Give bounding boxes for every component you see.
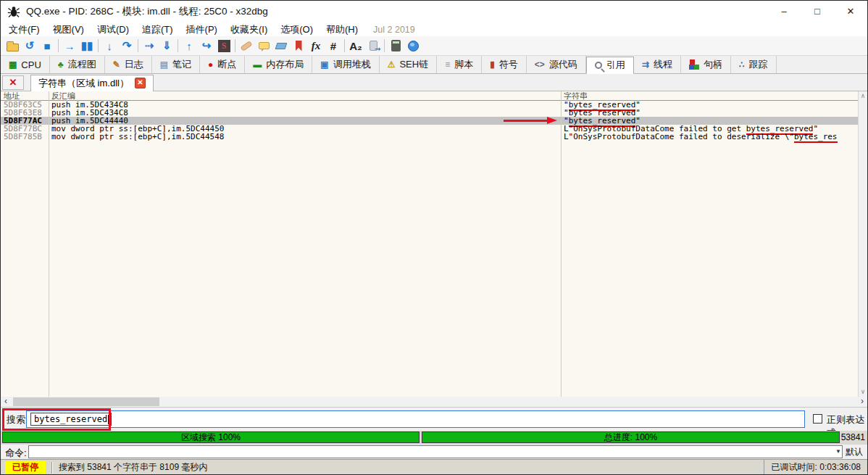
regex-checkbox[interactable]: [813, 414, 822, 424]
attach-icon[interactable]: [364, 38, 382, 54]
tab-label: 句柄: [704, 58, 722, 71]
menu-item[interactable]: 追踪(T): [135, 22, 180, 37]
command-input[interactable]: [28, 445, 843, 458]
tab-label: CPU: [21, 59, 41, 70]
tab-breakpoints[interactable]: ●断点: [200, 56, 245, 73]
scrollbar-thumb[interactable]: [13, 397, 159, 406]
strings-table: 地址 反汇编 字符串 5D8F63C5push im.5DC434C8"byte…: [1, 91, 867, 397]
table-header: 地址 反汇编 字符串: [1, 91, 867, 101]
globe-icon: [408, 41, 419, 51]
close-all-tabs-button[interactable]: ✕: [2, 75, 24, 90]
minimize-button[interactable]: –: [767, 1, 801, 22]
bug-app-icon: [7, 5, 20, 18]
region-search-progressbar: 区域搜索 100%: [2, 431, 420, 443]
labels-icon: [275, 43, 288, 49]
column-divider[interactable]: [561, 91, 562, 397]
menu-item[interactable]: 视图(V): [46, 22, 91, 37]
menu-item[interactable]: 收藏夹(I): [224, 22, 274, 37]
menu-item[interactable]: 插件(P): [180, 22, 224, 37]
vertical-scrollbar[interactable]: ∧ ∨: [858, 91, 867, 397]
tab-call-stack[interactable]: ▣调用堆栈: [312, 56, 379, 73]
tab-graph[interactable]: ♣流程图: [50, 56, 105, 73]
search-row: 搜索: bytes_reserved 正则表达式: [1, 408, 867, 431]
labels-icon[interactable]: [272, 38, 290, 54]
tab-references[interactable]: 引用: [586, 57, 634, 74]
toolbar-separator: [98, 39, 99, 52]
progress-row: 区域搜索 100% 总进度: 100% 53841: [1, 431, 867, 444]
table-row[interactable]: 5D8F63C5push im.5DC434C8"bytes_reserved": [1, 101, 867, 109]
tab-close-icon[interactable]: ✕: [135, 78, 146, 88]
red-rectangle-annotation: [2, 408, 111, 431]
tab-label: 跟踪: [749, 58, 768, 71]
scroll-up-icon[interactable]: ∧: [859, 91, 867, 101]
tab-symbols[interactable]: ▮符号: [482, 56, 527, 73]
tab-log[interactable]: ✎日志: [105, 56, 152, 73]
open-file-icon[interactable]: [4, 38, 21, 54]
menu-item[interactable]: 调试(D): [91, 22, 135, 37]
tab-trace[interactable]: ∴跟踪: [731, 56, 777, 73]
log-syscalls-icon[interactable]: S: [215, 38, 233, 54]
functions-icon[interactable]: fx: [307, 38, 325, 54]
a2-icon[interactable]: A₂: [347, 38, 364, 54]
close-button[interactable]: ✕: [834, 1, 867, 22]
tab-source[interactable]: <>源代码: [527, 56, 586, 73]
tab-label: 日志: [125, 58, 143, 71]
calculator-icon[interactable]: [387, 38, 404, 54]
tab-cpu[interactable]: ▦CPU: [1, 56, 50, 73]
command-profile-dropdown[interactable]: 默认: [846, 446, 867, 458]
strings-document-tab[interactable]: 字符串（区域 im.dll） ✕: [30, 75, 154, 91]
toolbar-separator: [178, 39, 178, 52]
debug-time: 已调试时间: 0:03:36:08: [764, 460, 865, 475]
tab-handles[interactable]: 句柄: [681, 56, 731, 73]
step-into-icon[interactable]: ↓: [101, 38, 118, 54]
string-prefix: L"OnSysProtobufDataCome failed to deseri…: [564, 132, 794, 141]
tab-label: 流程图: [68, 58, 96, 71]
table-row[interactable]: 5D8F785Bmov dword ptr ss:[ebp+C],im.5DC4…: [1, 133, 867, 141]
menu-item[interactable]: 帮助(H): [320, 22, 364, 37]
animate-into-icon[interactable]: ⇢: [141, 38, 158, 54]
animate-over-icon[interactable]: ⇓: [158, 38, 175, 54]
result-count: 53841: [841, 432, 865, 442]
hash-icon[interactable]: #: [325, 38, 342, 54]
breakpoint-icon: ●: [208, 59, 213, 70]
run-icon[interactable]: →: [61, 38, 78, 54]
scroll-right-icon[interactable]: ›: [857, 397, 867, 407]
status-message: 搜索到 53841 个字符串于 8109 毫秒内: [59, 461, 207, 474]
step-over-icon[interactable]: ↷: [118, 38, 135, 54]
scroll-left-icon[interactable]: ‹: [1, 397, 11, 407]
run-to-user-code-icon[interactable]: ↪: [198, 38, 215, 54]
tab-label: 脚本: [454, 58, 473, 71]
column-divider[interactable]: [49, 91, 49, 397]
calculator-icon: [391, 40, 401, 51]
bookmarks-icon[interactable]: [290, 38, 307, 54]
toolbar-separator: [235, 39, 235, 52]
x32dbg-window: QQ.exe - PID: 268C - 模块: im.dll - 线程: 25…: [0, 0, 868, 475]
maximize-button[interactable]: □: [801, 1, 834, 22]
references-magnifier-icon: [595, 62, 602, 69]
stop-icon[interactable]: ■: [38, 38, 56, 54]
step-out-icon[interactable]: ↑: [180, 38, 198, 54]
tab-memory-map[interactable]: ▬内存布局: [245, 56, 312, 73]
tab-script[interactable]: ≡脚本: [437, 56, 482, 73]
tab-notes[interactable]: ▤笔记: [152, 56, 200, 73]
globe-icon[interactable]: [404, 38, 422, 54]
tab-label: 源代码: [549, 58, 577, 71]
restart-icon[interactable]: ↺: [21, 38, 38, 54]
chevron-down-icon[interactable]: ▼: [835, 448, 841, 455]
patches-icon[interactable]: [238, 38, 255, 54]
menu-bar-items: 文件(F)视图(V)调试(D)追踪(T)插件(P)收藏夹(I)选项(O)帮助(H…: [2, 22, 364, 37]
menu-item[interactable]: 选项(O): [274, 22, 320, 37]
menu-item[interactable]: 文件(F): [2, 22, 46, 37]
statusbar-divider: [51, 462, 53, 474]
status-bar: 已暂停 搜索到 53841 个字符串于 8109 毫秒内 已调试时间: 0:03…: [1, 459, 867, 475]
comments-icon[interactable]: [255, 38, 272, 54]
seh-chain-icon: ⚠: [388, 59, 396, 70]
tab-threads[interactable]: ⇉线程: [634, 56, 681, 73]
table-row[interactable]: 5D8F63E8push im.5DC434C8"bytes_reserved": [1, 109, 867, 117]
horizontal-scrollbar[interactable]: ‹ ›: [1, 397, 867, 408]
search-input[interactable]: bytes_reserved: [26, 410, 805, 428]
open-file-icon: [7, 44, 19, 51]
string-cell: L"OnSysProtobufDataCome failed to deseri…: [564, 133, 838, 141]
pause-icon[interactable]: ▮▮: [78, 38, 96, 54]
tab-seh-chain[interactable]: ⚠SEH链: [380, 56, 438, 73]
